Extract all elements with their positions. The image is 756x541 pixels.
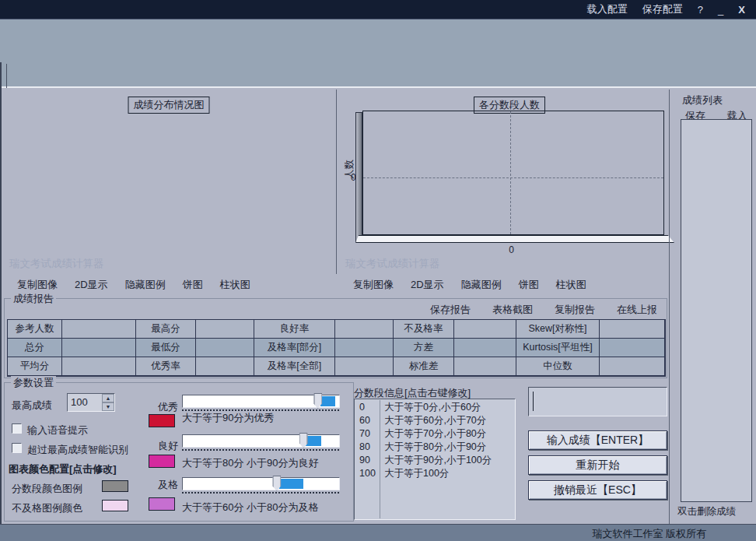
table-label: 及格率[全部] (254, 357, 335, 376)
enter-score-button[interactable]: 输入成绩【ENTER】 (528, 430, 667, 450)
excellent-color-swatch[interactable] (149, 414, 175, 427)
segment-row[interactable]: 100 大于等于100分 (355, 467, 515, 480)
load-config-button[interactable]: 载入配置 (587, 2, 628, 16)
right-chart-toolbar: 复制图像 2D显示 隐藏图例 饼图 柱状图 (338, 274, 668, 295)
segment-chart-plot-area: 人数 0 0 (362, 111, 664, 235)
excellent-slider-caption: 大于等于90分为优秀 (182, 411, 274, 425)
segment-info-list[interactable]: 0 大于等于0分,小于60分 60 大于等于60分,小于70分 70 大于等于7… (354, 399, 516, 520)
table-label: 平均分 (8, 357, 62, 376)
segment-desc: 大于等于70分,小于80分 (380, 427, 515, 441)
online-upload-button[interactable]: 在线上报 (617, 303, 657, 317)
help-button[interactable]: ? (698, 4, 703, 16)
pass-color-swatch[interactable] (149, 497, 175, 511)
parameters-groupbox: 参数设置 最高成绩 100 ▲ ▼ 输入语音提示 超过最高成绩智能识别 图表颜色… (4, 382, 354, 522)
table-label: 参考人数 (8, 320, 62, 339)
table-label: 标准差 (394, 357, 454, 376)
table-value (196, 320, 254, 339)
pass-slider-fill (279, 479, 303, 489)
report-actions: 保存报告 表格截图 复制报告 在线上报 (430, 303, 657, 317)
segment-score: 70 (355, 427, 380, 441)
slider-track[interactable] (182, 477, 340, 490)
chart-3d-floor (355, 235, 674, 243)
pie-chart-button[interactable]: 饼图 (183, 278, 203, 292)
max-score-label: 最高成绩 (12, 399, 52, 413)
slider-tick-marks (182, 449, 340, 451)
chart-y-axis-tick: 0 (351, 172, 356, 183)
table-label: 中位数 (516, 357, 600, 376)
hide-legend-button[interactable]: 隐藏图例 (461, 278, 502, 292)
chart-color-config-label[interactable]: 图表颜色配置[点击修改] (9, 462, 117, 476)
good-grade-label: 良好 (158, 439, 178, 453)
table-label: 良好率 (254, 320, 335, 339)
score-report-table: 参考人数 最高分 良好率 不及格率 Skew[对称性] 总分 最低分 及格率[部… (7, 319, 666, 377)
table-value (196, 339, 254, 357)
segment-score: 90 (355, 454, 380, 467)
table-value (454, 320, 516, 339)
status-bar: 瑞文软件工作室 版权所有 (0, 524, 756, 541)
table-label: 方差 (394, 339, 454, 357)
distribution-chart-title: 成绩分布情况图 (128, 97, 210, 114)
table-value (62, 320, 136, 339)
copy-image-button[interactable]: 复制图像 (17, 278, 58, 292)
undo-recent-button[interactable]: 撤销最近【ESC】 (528, 480, 667, 500)
pass-slider[interactable] (182, 477, 340, 490)
segment-row[interactable]: 90 大于等于90分,小于100分 (355, 454, 515, 467)
voice-prompt-checkbox-label: 输入语音提示 (27, 423, 88, 437)
parameters-label: 参数设置 (11, 376, 56, 390)
spinner-up-icon[interactable]: ▲ (102, 394, 114, 402)
segment-desc: 大于等于80分,小于90分 (380, 441, 515, 454)
bar-chart-button[interactable]: 柱状图 (220, 278, 250, 292)
score-listbox[interactable] (681, 119, 752, 502)
smart-detect-checkbox[interactable] (12, 443, 22, 453)
segment-desc: 大于等于90分,小于100分 (380, 454, 515, 467)
app-window: 载入配置 保存配置 ? _ X 成绩分布情况图 瑞文考试成绩计算器 各分数段人数… (0, 0, 756, 541)
segment-legend-color-swatch[interactable] (102, 480, 128, 492)
excellent-slider[interactable] (182, 395, 340, 408)
restart-button[interactable]: 重新开始 (528, 455, 667, 475)
table-value (62, 357, 136, 376)
save-config-button[interactable]: 保存配置 (642, 2, 683, 16)
segment-score: 60 (355, 414, 380, 427)
segment-row[interactable]: 0 大于等于0分,小于60分 (355, 401, 515, 414)
2d-display-button[interactable]: 2D显示 (411, 278, 444, 292)
smart-detect-checkbox-label: 超过最高成绩智能识别 (27, 443, 128, 457)
table-label: 总分 (8, 339, 62, 357)
save-report-button[interactable]: 保存报告 (430, 303, 471, 317)
spinner-down-icon[interactable]: ▼ (102, 402, 114, 411)
segment-chart-watermark: 瑞文考试成绩计算器 (345, 257, 440, 271)
hide-legend-button[interactable]: 隐藏图例 (125, 278, 166, 292)
2d-display-button[interactable]: 2D显示 (75, 278, 108, 292)
chart-horizontal-gridline (363, 177, 663, 178)
segment-list-divider (380, 400, 380, 518)
max-score-spinner[interactable]: 100 ▲ ▼ (67, 393, 115, 412)
table-label: Skew[对称性] (516, 320, 600, 339)
voice-prompt-checkbox[interactable] (12, 423, 22, 434)
distribution-chart-panel: 成绩分布情况图 瑞文考试成绩计算器 (2, 90, 337, 274)
chart-x-axis-tick: 0 (509, 244, 514, 255)
table-value (600, 320, 665, 339)
segment-count-chart-panel: 各分数段人数 人数 0 0 瑞文考试成绩计算器 (338, 90, 668, 274)
chart-vertical-gridline (510, 111, 511, 234)
segment-row[interactable]: 60 大于等于60分,小于70分 (355, 414, 515, 427)
table-value (62, 339, 136, 357)
segment-legend-label: 分数段颜色图例 (12, 482, 82, 496)
copy-report-button[interactable]: 复制报告 (555, 303, 595, 317)
good-slider-caption: 大于等于80分 小于90分为良好 (182, 456, 319, 470)
table-screenshot-button[interactable]: 表格截图 (492, 303, 533, 317)
close-button[interactable]: X (738, 4, 745, 16)
minimize-button[interactable]: _ (718, 4, 723, 16)
bar-chart-button[interactable]: 柱状图 (556, 278, 586, 292)
max-score-value: 100 (71, 396, 88, 408)
segment-row[interactable]: 80 大于等于80分,小于90分 (355, 441, 515, 454)
good-slider-fill (306, 436, 320, 446)
fail-legend-color-swatch[interactable] (102, 500, 128, 511)
score-report-groupbox: 成绩报告 保存报告 表格截图 复制报告 在线上报 参考人数 最高分 良好率 不及… (4, 298, 667, 378)
good-slider[interactable] (182, 434, 340, 448)
score-input[interactable] (528, 387, 667, 416)
copy-image-button[interactable]: 复制图像 (353, 278, 394, 292)
top-panel-divider (6, 64, 7, 88)
good-color-swatch[interactable] (149, 455, 175, 468)
pie-chart-button[interactable]: 饼图 (519, 278, 539, 292)
segment-row[interactable]: 70 大于等于70分,小于80分 (355, 427, 515, 441)
fail-legend-label: 不及格图例颜色 (12, 501, 82, 515)
